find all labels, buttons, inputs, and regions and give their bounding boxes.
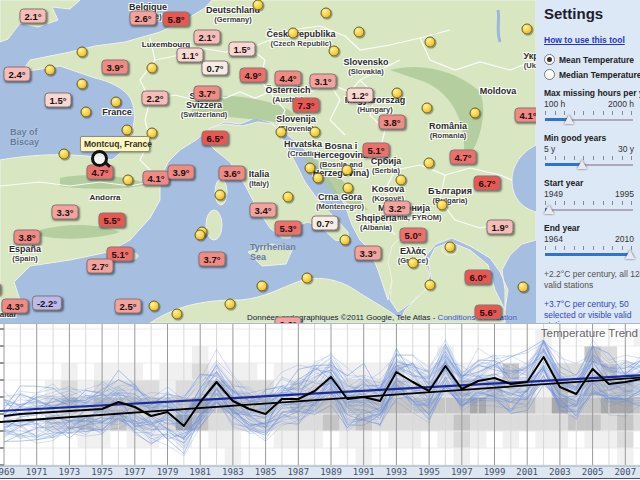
temperature-marker[interactable]: 4.1°	[514, 108, 536, 123]
help-link[interactable]: How to use this tool	[544, 35, 625, 45]
temperature-marker[interactable]: 2.4°	[3, 67, 30, 82]
station-dot[interactable]	[470, 108, 481, 119]
temperature-marker[interactable]: 5.0°	[399, 228, 426, 243]
station-dot[interactable]	[321, 8, 332, 19]
station-dot[interactable]	[343, 183, 354, 194]
temperature-marker[interactable]: 5.3°	[274, 221, 301, 236]
temperature-marker[interactable]: 3.3°	[354, 246, 381, 261]
temperature-marker[interactable]: 4.4°	[274, 71, 301, 86]
station-dot[interactable]	[288, 28, 299, 39]
temperature-marker[interactable]: 5.5°	[98, 213, 125, 228]
temperature-marker[interactable]: 3.4°	[249, 203, 276, 218]
station-dot[interactable]	[253, 0, 264, 11]
station-dot[interactable]	[123, 175, 134, 186]
temperature-marker[interactable]: 3.2°	[383, 201, 410, 216]
temperature-marker[interactable]: 5.6°	[474, 305, 501, 320]
station-dot[interactable]	[518, 282, 529, 293]
temperature-marker[interactable]: 3.7°	[193, 86, 220, 101]
temperature-marker[interactable]: 4.1°	[142, 171, 169, 186]
temperature-marker[interactable]: 2.6°	[274, 317, 301, 324]
station-dot[interactable]	[437, 200, 448, 211]
station-dot[interactable]	[276, 127, 287, 138]
station-dot[interactable]	[149, 301, 160, 312]
map-canvas[interactable]: Montcuq, France Données cartographiques …	[0, 0, 536, 323]
station-dot[interactable]	[59, 149, 70, 160]
station-dot[interactable]	[45, 65, 56, 76]
station-dot[interactable]	[354, 27, 365, 38]
station-dot[interactable]	[340, 235, 351, 246]
station-dot[interactable]	[392, 88, 403, 99]
temperature-marker[interactable]: 6.0°	[464, 270, 491, 285]
temperature-marker[interactable]: 0.7°	[311, 216, 338, 231]
slider-handle[interactable]	[577, 160, 587, 169]
slider-start-year[interactable]: Start year19491995	[544, 178, 640, 215]
station-dot[interactable]	[81, 107, 92, 118]
slider-handle[interactable]	[544, 205, 554, 214]
station-dot[interactable]	[283, 192, 294, 203]
radio-mean-temperature[interactable]: Mean Temperature	[544, 54, 640, 65]
temperature-marker[interactable]: 2.5°	[114, 299, 141, 314]
station-dot[interactable]	[425, 37, 436, 48]
temperature-marker[interactable]: 5.8°	[162, 12, 189, 27]
radio-button-icon[interactable]	[544, 69, 555, 80]
temperature-marker[interactable]: 2.2°	[141, 91, 168, 106]
station-dot[interactable]	[111, 97, 122, 108]
slider-max-missing-hours-per-year[interactable]: Max missing hours per year100 h2000 h	[544, 88, 640, 125]
station-dot[interactable]	[313, 173, 324, 184]
temperature-marker[interactable]: -2.2°	[32, 296, 62, 311]
radio-button-icon[interactable]	[544, 54, 555, 65]
temperature-marker[interactable]: 3.8°	[13, 230, 40, 245]
temperature-marker[interactable]: 3.9°	[101, 60, 128, 75]
temperature-marker[interactable]: 3.8°	[378, 115, 405, 130]
station-dot[interactable]	[445, 242, 456, 253]
station-dot[interactable]	[522, 24, 533, 35]
slider-min-good-years[interactable]: Min good years5 y30 y	[544, 133, 640, 170]
station-dot[interactable]	[147, 63, 158, 74]
slider-track[interactable]	[545, 209, 633, 211]
station-dot[interactable]	[425, 280, 436, 291]
station-dot[interactable]	[424, 158, 435, 169]
station-dot[interactable]	[302, 273, 313, 284]
temperature-marker[interactable]: 3.7°	[198, 252, 225, 267]
station-dot[interactable]	[329, 46, 340, 57]
radio-median-temperature[interactable]: Median Temperature	[544, 69, 640, 80]
slider-handle[interactable]	[625, 250, 635, 259]
temperature-marker[interactable]: 6.5°	[201, 131, 228, 146]
station-dot[interactable]	[122, 125, 133, 136]
station-dot[interactable]	[215, 190, 226, 201]
temperature-marker[interactable]: 2.6°	[129, 11, 156, 26]
temperature-marker[interactable]: 6.7°	[473, 176, 500, 191]
station-dot[interactable]	[396, 175, 407, 186]
temperature-marker[interactable]: 3.6°	[218, 166, 245, 181]
temperature-marker[interactable]: 2.1°	[193, 30, 220, 45]
temperature-marker[interactable]: 0.7°	[201, 61, 228, 76]
temperature-marker[interactable]: 1.1°	[176, 48, 203, 63]
temperature-marker[interactable]: 3.9°	[167, 165, 194, 180]
station-dot[interactable]	[225, 299, 236, 310]
temperature-marker[interactable]: 1.2°	[346, 88, 373, 103]
temperature-marker[interactable]: 3.1°	[309, 74, 336, 89]
station-dot[interactable]	[342, 165, 353, 176]
station-dot[interactable]	[257, 281, 268, 292]
temperature-marker[interactable]: 1.9°	[486, 220, 513, 235]
slider-end-year[interactable]: End year19642010	[544, 223, 640, 260]
temperature-marker[interactable]: 4.7°	[449, 150, 476, 165]
temperature-marker[interactable]: 2.1°	[19, 9, 46, 24]
temperature-marker[interactable]: 3.3°	[51, 205, 78, 220]
temperature-marker[interactable]: 4.3°	[1, 299, 28, 314]
station-dot[interactable]	[422, 103, 433, 114]
station-dot[interactable]	[310, 127, 321, 138]
temperature-marker[interactable]: 4.9°	[239, 68, 266, 83]
station-dot[interactable]	[195, 230, 206, 241]
slider-handle[interactable]	[564, 115, 574, 124]
temperature-marker[interactable]: 2.7°	[86, 259, 113, 274]
station-dot[interactable]	[408, 258, 419, 269]
station-dot[interactable]	[172, 309, 183, 320]
temperature-marker[interactable]: 7.3°	[292, 98, 319, 113]
station-dot[interactable]	[77, 79, 88, 90]
station-dot[interactable]	[305, 163, 316, 174]
station-dot[interactable]	[77, 47, 88, 58]
temperature-marker[interactable]: 5.1°	[362, 143, 389, 158]
temperature-marker[interactable]: 1.5°	[228, 42, 255, 57]
temperature-marker[interactable]: 1.5°	[44, 93, 71, 108]
